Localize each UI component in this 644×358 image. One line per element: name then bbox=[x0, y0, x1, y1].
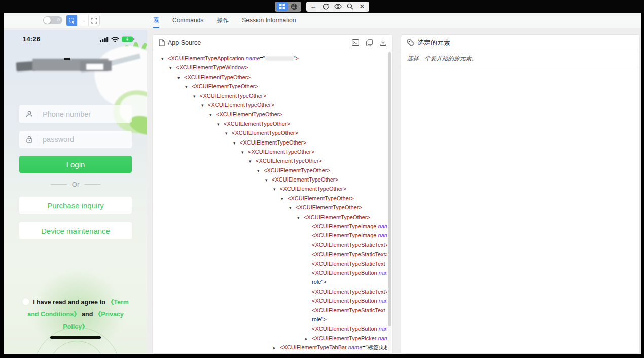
tree-node[interactable]: ▸<XCUIElementTypePicker name="1233 bbox=[153, 334, 387, 343]
tap-coordinates-mode-button[interactable] bbox=[89, 15, 99, 26]
tree-node-label: <XCUIElementTypeWindow> bbox=[176, 64, 248, 70]
grid-view-icon[interactable] bbox=[276, 2, 288, 11]
scrollbar-thumb[interactable] bbox=[388, 52, 391, 326]
selected-element-header: 选定的元素 bbox=[401, 35, 639, 50]
tree-node[interactable]: ▾<XCUIElementTypeWindow> bbox=[153, 63, 387, 72]
tree-caret-icon[interactable]: ▾ bbox=[289, 203, 296, 212]
tree-caret-icon[interactable]: ▾ bbox=[281, 194, 288, 203]
tree-caret-icon[interactable]: ▾ bbox=[257, 166, 264, 175]
tab-actions[interactable]: 操作 bbox=[217, 13, 229, 28]
tree-node-label: <XCUIElementTypeStaticText> bbox=[312, 242, 387, 248]
tree-node[interactable]: ▾<XCUIElementTypeOther> bbox=[153, 128, 387, 137]
tree-node-label: <XCUIElementTypeOther> bbox=[248, 149, 314, 155]
terms-agreement: I have read and agree to 《Term and Condi… bbox=[17, 296, 134, 333]
search-icon[interactable] bbox=[344, 2, 355, 11]
tree-caret-icon[interactable]: ▾ bbox=[233, 138, 240, 147]
tree-node[interactable]: ▾<XCUIElementTypeOther> bbox=[153, 203, 387, 212]
signal-icon bbox=[100, 37, 109, 42]
tree-node[interactable]: ▾<XCUIElementTypeOther> bbox=[153, 91, 387, 100]
tree-caret-icon[interactable]: ▾ bbox=[249, 157, 256, 165]
tree-caret-icon[interactable]: ▾ bbox=[225, 129, 232, 137]
tree-caret-icon[interactable]: ▾ bbox=[169, 63, 176, 72]
tree-node[interactable]: ▸<XCUIElementTypeTabBar name="标签页栏"> bbox=[153, 343, 387, 352]
back-icon[interactable]: ← bbox=[308, 2, 319, 11]
status-bar-time: 14:26 bbox=[23, 35, 40, 43]
tree-node-label: role"> bbox=[312, 279, 327, 285]
tree-caret-icon[interactable]: ▾ bbox=[201, 101, 208, 110]
inspection-toggle[interactable]: ⊘ bbox=[43, 16, 62, 24]
eye-icon[interactable] bbox=[332, 2, 343, 11]
tree-node-label: <XCUIElementTypeTabBar name="标签页栏"> bbox=[280, 344, 387, 350]
tree-caret-icon[interactable]: ▾ bbox=[193, 92, 200, 100]
tree-node[interactable]: ▾<XCUIElementTypeOther> bbox=[153, 82, 387, 91]
terminal-icon[interactable] bbox=[352, 39, 359, 46]
login-button[interactable]: Login bbox=[19, 156, 132, 173]
source-tree: ▾<XCUIElementTypeApplication name="">▾<X… bbox=[153, 50, 387, 353]
tree-node[interactable]: ▾<XCUIElementTypeOther> bbox=[153, 175, 387, 184]
tree-caret-icon[interactable]: ▸ bbox=[305, 334, 312, 343]
tree-caret-icon[interactable]: ▾ bbox=[241, 148, 248, 156]
tree-node[interactable]: <XCUIElementTypeButton name="Canc bbox=[153, 296, 387, 305]
tab-commands[interactable]: Commands bbox=[172, 13, 203, 28]
tree-caret-icon[interactable]: ▾ bbox=[161, 54, 168, 63]
source-scrollbar[interactable] bbox=[388, 51, 391, 351]
tree-node[interactable]: <XCUIElementTypeStaticText> bbox=[153, 249, 387, 259]
tree-caret-icon[interactable]: ▾ bbox=[273, 185, 280, 193]
phone-number-input[interactable]: Phone number bbox=[19, 105, 132, 123]
tree-node[interactable]: ▾<XCUIElementTypeOther> bbox=[153, 147, 387, 156]
purchase-inquiry-button[interactable]: Purchase inquiry bbox=[19, 197, 132, 214]
tree-node[interactable]: <XCUIElementTypeStaticText> bbox=[153, 240, 387, 249]
tree-node[interactable]: ▾<XCUIElementTypeOther> bbox=[153, 212, 387, 222]
tree-node[interactable]: <XCUIElementTypeStaticText> bbox=[153, 287, 387, 296]
globe-icon[interactable] bbox=[289, 2, 300, 11]
tree-node[interactable]: ▾<XCUIElementTypeOther> bbox=[153, 100, 387, 110]
tree-node[interactable]: <XCUIElementTypeImage name="ic_us bbox=[153, 231, 387, 240]
tree-node[interactable]: ▾<XCUIElementTypeOther> bbox=[153, 119, 387, 128]
tree-node[interactable]: ▾<XCUIElementTypeOther> bbox=[153, 138, 387, 147]
source-header-icons bbox=[352, 39, 386, 46]
device-screenshot-mirror[interactable]: 14:26 Phone number password Login bbox=[4, 30, 147, 354]
tree-caret-icon[interactable]: ▸ bbox=[273, 343, 280, 352]
tree-node-label: <XCUIElementTypeButton name="Canc bbox=[312, 298, 387, 304]
tab-session-information[interactable]: Session Information bbox=[242, 13, 296, 28]
refresh-icon[interactable] bbox=[320, 2, 331, 11]
device-maintenance-button[interactable]: Device maintenance bbox=[19, 222, 132, 239]
home-indicator bbox=[50, 336, 101, 339]
tree-node[interactable]: ▾<XCUIElementTypeOther> bbox=[153, 73, 387, 82]
interaction-mode-group: → bbox=[66, 15, 100, 26]
tree-node-label: <XCUIElementTypeOther> bbox=[208, 102, 274, 108]
tree-node-label: <XCUIElementTypeOther> bbox=[232, 130, 298, 136]
download-icon[interactable] bbox=[380, 39, 386, 46]
tree-node[interactable]: ▾<XCUIElementTypeOther> bbox=[153, 194, 387, 203]
tree-node[interactable]: ▾<XCUIElementTypeApplication name=""> bbox=[153, 54, 387, 63]
tree-node-label: <XCUIElementTypeOther> bbox=[256, 158, 322, 164]
tree-node[interactable]: ▾<XCUIElementTypeOther> bbox=[153, 352, 387, 354]
select-elements-mode-button[interactable] bbox=[66, 15, 78, 26]
tree-node[interactable]: <XCUIElementTypeButton name="Switc bbox=[153, 268, 387, 277]
tab-source[interactable]: 素 bbox=[153, 12, 159, 28]
tree-node[interactable]: <XCUIElementTypeStaticText name="Sw bbox=[153, 306, 387, 315]
password-input[interactable]: password bbox=[19, 131, 132, 148]
tree-node[interactable]: ▾<XCUIElementTypeOther> bbox=[153, 156, 387, 165]
tree-node-label: <XCUIElementTypePicker name="1233 bbox=[312, 335, 387, 341]
tree-caret-icon[interactable]: ▾ bbox=[177, 73, 184, 82]
tree-node[interactable]: <XCUIElementTypeImage name="home_ bbox=[153, 222, 387, 231]
tree-node[interactable]: <XCUIElementTypeButton name="Confi bbox=[153, 324, 387, 333]
tree-node-label: <XCUIElementTypeOther> bbox=[184, 74, 251, 80]
tree-caret-icon[interactable]: ▾ bbox=[185, 82, 192, 91]
tree-node[interactable]: ▾<XCUIElementTypeOther> bbox=[153, 110, 387, 119]
tree-node[interactable]: ▾<XCUIElementTypeOther> bbox=[153, 184, 387, 193]
input-divider bbox=[38, 135, 38, 144]
tree-caret-icon[interactable]: ▾ bbox=[217, 120, 224, 128]
tree-node[interactable]: ▾<XCUIElementTypeOther> bbox=[153, 166, 387, 175]
tree-caret-icon[interactable]: ▾ bbox=[265, 175, 272, 184]
swipe-mode-button[interactable]: → bbox=[78, 15, 89, 26]
tree-caret-icon[interactable]: ▾ bbox=[209, 110, 216, 119]
tree-caret-icon[interactable]: ▾ bbox=[209, 353, 216, 354]
tree-caret-icon[interactable]: ▾ bbox=[297, 213, 304, 222]
tree-node[interactable]: <XCUIElementTypeStaticText name="Sa bbox=[153, 259, 387, 268]
close-icon[interactable]: ✕ bbox=[356, 2, 368, 11]
terms-checkbox[interactable] bbox=[22, 298, 29, 305]
or-label: Or bbox=[72, 181, 79, 188]
copy-icon[interactable] bbox=[366, 39, 373, 46]
